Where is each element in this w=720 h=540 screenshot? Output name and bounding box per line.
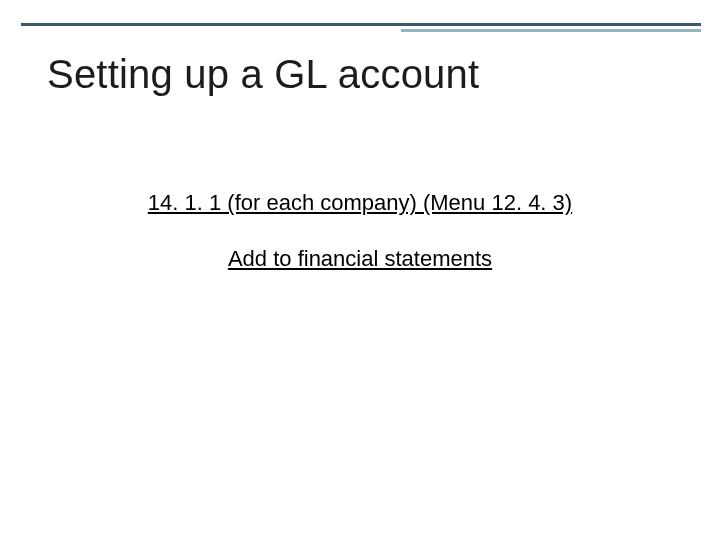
slide: Setting up a GL account 14. 1. 1 (for ea… (0, 0, 720, 540)
rule-bottom (21, 29, 701, 32)
rule-bottom-gap (21, 29, 401, 32)
rule-bottom-segment (401, 29, 701, 32)
slide-body: 14. 1. 1 (for each company) (Menu 12. 4.… (0, 190, 720, 272)
slide-title: Setting up a GL account (47, 52, 479, 97)
body-line-2: Add to financial statements (228, 246, 492, 272)
title-rule (21, 23, 701, 32)
body-line-1: 14. 1. 1 (for each company) (Menu 12. 4.… (148, 190, 572, 216)
